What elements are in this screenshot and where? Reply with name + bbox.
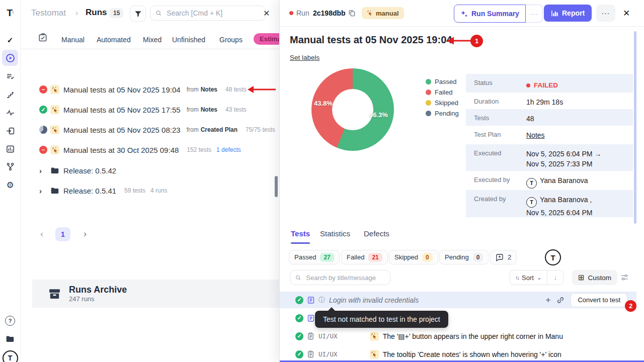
close-panel-button[interactable]: ✕ xyxy=(623,8,630,19)
defects-link[interactable]: 1 defects xyxy=(216,146,241,153)
folder-icon xyxy=(50,186,59,195)
info-label: Executed xyxy=(466,144,526,171)
release-folder-row[interactable]: › Release: 0.5.41 59 tests 4 runs xyxy=(39,180,167,201)
legend-label: Pending xyxy=(435,110,459,117)
run-row[interactable]: Manual tests at 05 Nov 2025 08:23 from C… xyxy=(39,120,275,140)
note-icon xyxy=(307,296,315,304)
run-row[interactable]: ✓ Manual tests at 05 Nov 2025 17:55 from… xyxy=(39,100,247,120)
run-detail-title: Manual tests at 05 Nov 2025 19:04 xyxy=(290,34,452,46)
tab-mixed[interactable]: Mixed xyxy=(143,36,162,44)
list-scrollbar[interactable] xyxy=(275,176,278,197)
activity-pulse-icon[interactable] xyxy=(2,105,18,121)
runs-archive-row[interactable]: Runs Archive 247 runs xyxy=(32,280,279,308)
page-number-button[interactable]: 1 xyxy=(55,227,70,241)
tests-search-input[interactable] xyxy=(305,274,385,282)
tab-statistics[interactable]: Statistics xyxy=(320,229,350,238)
tab-defects[interactable]: Defects xyxy=(364,229,389,238)
failed-status-icon: − xyxy=(39,146,47,154)
manual-cursor-icon xyxy=(367,10,373,16)
test-row[interactable]: ✓ ⓘ Login with invalid credentials + Con… xyxy=(280,292,636,308)
created-at-value: Nov 5, 2025 6:04 PM xyxy=(526,208,593,218)
tests-search[interactable] xyxy=(290,270,390,285)
run-row[interactable]: − Manual tests at 30 Oct 2025 09:48 152 … xyxy=(39,140,241,160)
test-plan-link[interactable]: Notes xyxy=(526,126,545,144)
run-row[interactable]: − Manual tests at 05 Nov 2025 19:04 from… xyxy=(39,79,247,100)
chip-passed[interactable]: Passed27 xyxy=(289,250,340,264)
chip-skipped[interactable]: Skipped0 xyxy=(389,250,438,264)
test-tag: UI/UX xyxy=(318,332,338,340)
report-button[interactable]: Report xyxy=(544,5,592,22)
run-tests-count: 75/75 tests xyxy=(246,126,275,133)
tab-groups[interactable]: Groups xyxy=(219,36,243,44)
grid-icon: ⊞ xyxy=(578,273,585,282)
run-summary-button[interactable]: Run Summary xyxy=(454,5,526,23)
tab-automated[interactable]: Automated xyxy=(97,36,131,44)
copy-icon[interactable] xyxy=(348,9,356,17)
custom-view-button[interactable]: ⊞ Custom xyxy=(572,270,617,285)
clear-search-button[interactable]: ✕ xyxy=(263,9,270,18)
manual-cursor-icon xyxy=(50,125,59,134)
chip-pending[interactable]: Pending0 xyxy=(439,250,489,264)
more-options-button[interactable]: ··· xyxy=(596,5,615,22)
steps-icon[interactable] xyxy=(2,86,18,103)
chip-comments[interactable]: 2 xyxy=(490,250,517,264)
search-input[interactable] xyxy=(166,9,260,18)
tab-manual[interactable]: Manual xyxy=(61,36,85,44)
runs-play-icon[interactable] xyxy=(2,50,18,66)
test-title: The '▤+' button appears in the upper rig… xyxy=(383,332,563,340)
check-icon[interactable]: ✓ xyxy=(2,32,18,48)
branch-icon[interactable] xyxy=(2,158,18,174)
chip-count: 2 xyxy=(508,253,511,261)
donut-hole xyxy=(332,89,373,130)
tab-tests[interactable]: Tests xyxy=(291,229,310,238)
chip-failed[interactable]: Failed21 xyxy=(341,250,388,264)
testomat-logo[interactable]: T’ xyxy=(2,5,18,21)
assignee-avatar[interactable]: T xyxy=(545,249,561,265)
convert-to-test-button[interactable]: Convert to test xyxy=(571,293,627,307)
funnel-icon xyxy=(134,10,142,18)
next-page-button[interactable]: › xyxy=(84,229,87,239)
run-title: Manual tests at 05 Nov 2025 08:23 xyxy=(63,126,181,134)
runs-search[interactable] xyxy=(150,6,266,21)
add-icon[interactable]: + xyxy=(546,295,551,305)
legend-label: Failed xyxy=(435,88,452,96)
tab-unfinished[interactable]: Unfinished xyxy=(172,36,205,44)
legend-dot-pending xyxy=(426,111,431,116)
help-icon[interactable]: ? xyxy=(2,313,18,329)
note-icon xyxy=(307,314,315,322)
expand-chevron-icon[interactable]: › xyxy=(39,166,46,175)
breadcrumb-app[interactable]: Testomat xyxy=(31,8,66,18)
chip-label: Passed xyxy=(294,253,316,261)
filter-funnel-button[interactable] xyxy=(130,6,146,22)
detail-scrollbar[interactable] xyxy=(634,31,636,224)
in-progress-status-icon xyxy=(39,126,47,134)
sort-button[interactable]: ↑↓ Sort ⌄ xyxy=(510,270,547,285)
test-row[interactable]: ✓ UI/UX The '▤+' button appears in the u… xyxy=(280,328,636,344)
settings-gear-icon[interactable]: ⚙ xyxy=(2,177,18,193)
donut-chart: 43.8% 56.3% xyxy=(311,68,394,151)
analytics-icon[interactable] xyxy=(2,141,18,157)
import-run-icon[interactable] xyxy=(2,123,18,139)
from-source: Notes xyxy=(201,86,217,93)
manual-cursor-icon xyxy=(50,85,59,94)
run-summary-more-button[interactable]: ··· xyxy=(526,5,543,23)
docs-folder-icon[interactable] xyxy=(2,331,18,347)
release-folder-row[interactable]: › Release: 0.5.42 xyxy=(39,160,116,180)
set-labels-link[interactable]: Set labels xyxy=(290,54,319,61)
from-label: from xyxy=(187,106,199,113)
list-check-icon[interactable] xyxy=(2,68,18,84)
info-row-tests: Tests 48 xyxy=(466,109,633,126)
expand-chevron-icon[interactable]: › xyxy=(39,187,46,195)
test-tag: UI/UX xyxy=(318,350,338,358)
test-row[interactable]: ✓ UI/UX The tooltip 'Create notes' is sh… xyxy=(280,346,636,362)
tab-estimate-badge[interactable]: Estimate xyxy=(254,33,279,45)
select-runs-icon[interactable] xyxy=(38,33,47,42)
failed-percent-label: 43.8% xyxy=(314,100,333,107)
prev-page-button[interactable]: ‹ xyxy=(40,229,43,239)
link-icon[interactable] xyxy=(556,296,565,304)
runs-count-badge: 15 xyxy=(110,8,123,18)
sort-direction-button[interactable]: ↓ xyxy=(547,270,564,285)
breadcrumb-page[interactable]: Runs xyxy=(86,8,107,18)
filters-sliders-icon[interactable] xyxy=(620,273,629,282)
profile-avatar[interactable]: T xyxy=(2,350,18,362)
